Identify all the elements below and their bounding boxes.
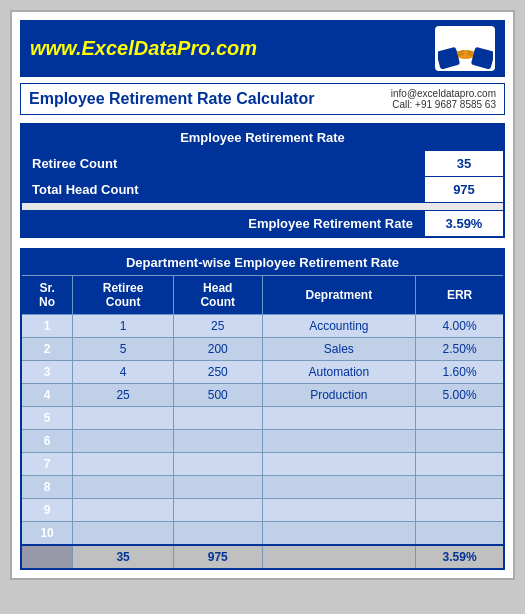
email: info@exceldatapro.com (391, 88, 496, 99)
err-cell (416, 522, 504, 546)
head-count-label: Total Head Count (22, 177, 423, 202)
total-err: 3.59% (416, 545, 504, 569)
err-cell (416, 499, 504, 522)
total-sr (21, 545, 73, 569)
dept-cell (262, 476, 416, 499)
main-container: www.ExcelDataPro.com (10, 10, 515, 580)
head-cell: 200 (174, 338, 263, 361)
section-spacer (22, 202, 503, 210)
logo-area (435, 26, 495, 71)
dept-cell (262, 499, 416, 522)
dept-cell: Sales (262, 338, 416, 361)
table-row: 5 (21, 407, 504, 430)
phone: Call: +91 9687 8585 63 (391, 99, 496, 110)
head-cell: 250 (174, 361, 263, 384)
dept-cell: Production (262, 384, 416, 407)
dept-cell (262, 453, 416, 476)
retiree-cell (73, 476, 174, 499)
retiree-cell (73, 430, 174, 453)
sr-cell: 7 (21, 453, 73, 476)
head-count-row: Total Head Count 975 (22, 176, 503, 202)
app-title: Employee Retirement Rate Calculator (29, 90, 314, 108)
col-err: ERR (416, 276, 504, 315)
sr-cell: 4 (21, 384, 73, 407)
header-bar: www.ExcelDataPro.com (20, 20, 505, 77)
retiree-count-label: Retiree Count (22, 151, 423, 176)
sr-cell: 1 (21, 315, 73, 338)
sr-cell: 2 (21, 338, 73, 361)
retiree-cell (73, 499, 174, 522)
dept-section-title: Department-wise Employee Retirement Rate (21, 249, 504, 276)
website-title: www.ExcelDataPro.com (30, 37, 257, 60)
dept-cell (262, 407, 416, 430)
head-cell (174, 407, 263, 430)
err-cell (416, 430, 504, 453)
head-cell (174, 522, 263, 546)
retiree-count-value: 35 (423, 151, 503, 176)
sub-header: Employee Retirement Rate Calculator info… (20, 83, 505, 115)
err-label: Employee Retirement Rate (22, 211, 423, 236)
head-cell (174, 430, 263, 453)
sr-cell: 9 (21, 499, 73, 522)
head-cell (174, 476, 263, 499)
retiree-cell (73, 522, 174, 546)
summary-section-title: Employee Retirement Rate (22, 125, 503, 150)
total-retiree: 35 (73, 545, 174, 569)
table-row: 9 (21, 499, 504, 522)
dept-cell: Accounting (262, 315, 416, 338)
head-count-value: 975 (423, 177, 503, 202)
retiree-cell: 25 (73, 384, 174, 407)
err-cell: 5.00% (416, 384, 504, 407)
err-cell (416, 407, 504, 430)
err-value: 3.59% (423, 211, 503, 236)
head-cell: 25 (174, 315, 263, 338)
dept-cell (262, 522, 416, 546)
sr-cell: 6 (21, 430, 73, 453)
col-head: HeadCount (174, 276, 263, 315)
err-cell (416, 476, 504, 499)
err-cell: 2.50% (416, 338, 504, 361)
err-cell: 4.00% (416, 315, 504, 338)
sr-cell: 3 (21, 361, 73, 384)
err-row: Employee Retirement Rate 3.59% (22, 210, 503, 236)
handshake-icon (438, 29, 493, 69)
table-row: 34250Automation1.60% (21, 361, 504, 384)
total-row: 359753.59% (21, 545, 504, 569)
contact-info: info@exceldatapro.com Call: +91 9687 858… (391, 88, 496, 110)
retiree-cell: 4 (73, 361, 174, 384)
total-dept (262, 545, 416, 569)
summary-section: Employee Retirement Rate Retiree Count 3… (20, 123, 505, 238)
retiree-cell (73, 453, 174, 476)
table-row: 425500Production5.00% (21, 384, 504, 407)
err-cell: 1.60% (416, 361, 504, 384)
head-cell (174, 499, 263, 522)
table-row: 7 (21, 453, 504, 476)
sr-cell: 10 (21, 522, 73, 546)
total-head: 975 (174, 545, 263, 569)
err-cell (416, 453, 504, 476)
retiree-count-row: Retiree Count 35 (22, 150, 503, 176)
col-retiree: RetireeCount (73, 276, 174, 315)
dept-cell (262, 430, 416, 453)
retiree-cell: 1 (73, 315, 174, 338)
dept-table: Department-wise Employee Retirement Rate… (20, 248, 505, 570)
sr-cell: 5 (21, 407, 73, 430)
retiree-cell: 5 (73, 338, 174, 361)
head-cell (174, 453, 263, 476)
col-dept: Depratment (262, 276, 416, 315)
dept-cell: Automation (262, 361, 416, 384)
retiree-cell (73, 407, 174, 430)
sr-cell: 8 (21, 476, 73, 499)
head-cell: 500 (174, 384, 263, 407)
table-row: 1125Accounting4.00% (21, 315, 504, 338)
table-row: 6 (21, 430, 504, 453)
col-sr: Sr.No (21, 276, 73, 315)
table-row: 10 (21, 522, 504, 546)
table-row: 25200Sales2.50% (21, 338, 504, 361)
table-row: 8 (21, 476, 504, 499)
